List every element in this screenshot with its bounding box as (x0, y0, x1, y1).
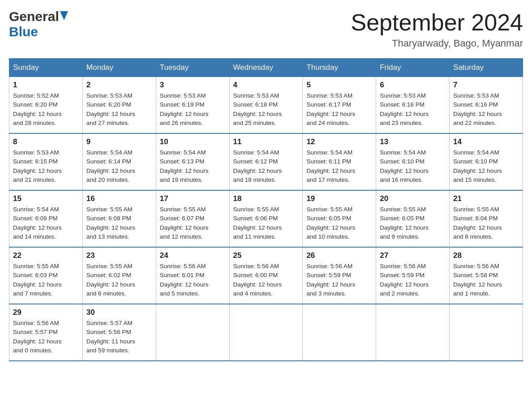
day-number: 11 (233, 137, 299, 146)
day-number: 17 (160, 194, 226, 203)
col-wednesday: Wednesday (229, 59, 303, 77)
col-tuesday: Tuesday (156, 59, 229, 77)
table-row: 10 Sunrise: 5:54 AM Sunset: 6:13 PM Dayl… (156, 133, 229, 190)
table-row: 30 Sunrise: 5:57 AM Sunset: 5:56 PM Dayl… (82, 304, 156, 361)
table-row: 28 Sunrise: 5:56 AM Sunset: 5:58 PM Dayl… (450, 247, 523, 304)
table-row: 26 Sunrise: 5:56 AM Sunset: 5:59 PM Dayl… (303, 247, 376, 304)
table-row: 9 Sunrise: 5:54 AM Sunset: 6:14 PM Dayli… (82, 133, 156, 190)
page-header: General Blue September 2024 Tharyarwady,… (9, 9, 523, 49)
table-row: 3 Sunrise: 5:53 AM Sunset: 6:19 PM Dayli… (156, 77, 229, 134)
table-row (303, 304, 376, 361)
day-number: 6 (380, 81, 446, 90)
day-info: Sunrise: 5:54 AM Sunset: 6:14 PM Dayligh… (86, 148, 152, 184)
calendar-header-row: Sunday Monday Tuesday Wednesday Thursday… (9, 59, 523, 77)
day-number: 22 (13, 251, 79, 260)
day-number: 26 (306, 251, 372, 260)
day-info: Sunrise: 5:54 AM Sunset: 6:10 PM Dayligh… (380, 148, 446, 184)
day-info: Sunrise: 5:56 AM Sunset: 5:59 PM Dayligh… (306, 262, 372, 298)
table-row (450, 304, 523, 361)
day-info: Sunrise: 5:57 AM Sunset: 5:56 PM Dayligh… (86, 319, 152, 355)
day-info: Sunrise: 5:54 AM Sunset: 6:10 PM Dayligh… (453, 148, 519, 184)
day-number: 7 (453, 81, 519, 90)
day-number: 8 (13, 137, 79, 146)
day-number: 21 (453, 194, 519, 203)
table-row: 17 Sunrise: 5:55 AM Sunset: 6:07 PM Dayl… (156, 190, 229, 247)
day-info: Sunrise: 5:53 AM Sunset: 6:16 PM Dayligh… (453, 91, 519, 128)
table-row: 27 Sunrise: 5:56 AM Sunset: 5:59 PM Dayl… (376, 247, 450, 304)
day-number: 13 (380, 137, 446, 146)
col-sunday: Sunday (9, 59, 83, 77)
day-info: Sunrise: 5:54 AM Sunset: 6:13 PM Dayligh… (160, 148, 226, 184)
day-number: 29 (13, 308, 79, 317)
table-row: 29 Sunrise: 5:56 AM Sunset: 5:57 PM Dayl… (9, 304, 83, 361)
table-row: 8 Sunrise: 5:53 AM Sunset: 6:15 PM Dayli… (9, 133, 83, 190)
day-info: Sunrise: 5:55 AM Sunset: 6:05 PM Dayligh… (306, 205, 372, 241)
table-row: 11 Sunrise: 5:54 AM Sunset: 6:12 PM Dayl… (229, 133, 303, 190)
day-number: 20 (380, 194, 446, 203)
day-info: Sunrise: 5:53 AM Sunset: 6:19 PM Dayligh… (160, 91, 226, 128)
day-number: 24 (160, 251, 226, 260)
day-number: 23 (86, 251, 152, 260)
table-row: 22 Sunrise: 5:55 AM Sunset: 6:03 PM Dayl… (9, 247, 83, 304)
logo-general: General (9, 9, 59, 24)
day-info: Sunrise: 5:53 AM Sunset: 6:18 PM Dayligh… (233, 91, 299, 128)
day-number: 10 (160, 137, 226, 146)
calendar-week-row: 15 Sunrise: 5:54 AM Sunset: 6:09 PM Dayl… (9, 190, 523, 247)
day-number: 9 (86, 137, 152, 146)
calendar-week-row: 1 Sunrise: 5:52 AM Sunset: 6:20 PM Dayli… (9, 77, 523, 134)
table-row: 2 Sunrise: 5:53 AM Sunset: 6:20 PM Dayli… (82, 77, 156, 134)
day-info: Sunrise: 5:56 AM Sunset: 5:57 PM Dayligh… (13, 319, 79, 355)
month-title: September 2024 (351, 9, 523, 36)
table-row: 24 Sunrise: 5:56 AM Sunset: 6:01 PM Dayl… (156, 247, 229, 304)
day-number: 3 (160, 81, 226, 90)
day-number: 12 (306, 137, 372, 146)
day-number: 28 (453, 251, 519, 260)
day-info: Sunrise: 5:55 AM Sunset: 6:04 PM Dayligh… (453, 205, 519, 241)
table-row: 1 Sunrise: 5:52 AM Sunset: 6:20 PM Dayli… (9, 77, 83, 134)
day-info: Sunrise: 5:55 AM Sunset: 6:03 PM Dayligh… (13, 262, 79, 298)
col-saturday: Saturday (450, 59, 523, 77)
day-info: Sunrise: 5:55 AM Sunset: 6:06 PM Dayligh… (233, 205, 299, 241)
day-number: 2 (86, 81, 152, 90)
table-row: 25 Sunrise: 5:56 AM Sunset: 6:00 PM Dayl… (229, 247, 303, 304)
title-area: September 2024 Tharyarwady, Bago, Myanma… (351, 9, 523, 49)
day-number: 18 (233, 194, 299, 203)
day-number: 15 (13, 194, 79, 203)
location-subtitle: Tharyarwady, Bago, Myanmar (351, 38, 523, 49)
day-info: Sunrise: 5:54 AM Sunset: 6:09 PM Dayligh… (13, 205, 79, 241)
day-info: Sunrise: 5:53 AM Sunset: 6:17 PM Dayligh… (306, 91, 372, 128)
col-friday: Friday (376, 59, 450, 77)
table-row: 16 Sunrise: 5:55 AM Sunset: 6:08 PM Dayl… (82, 190, 156, 247)
table-row: 19 Sunrise: 5:55 AM Sunset: 6:05 PM Dayl… (303, 190, 376, 247)
table-row: 20 Sunrise: 5:55 AM Sunset: 6:05 PM Dayl… (376, 190, 450, 247)
table-row: 13 Sunrise: 5:54 AM Sunset: 6:10 PM Dayl… (376, 133, 450, 190)
svg-marker-0 (60, 11, 68, 20)
day-info: Sunrise: 5:56 AM Sunset: 5:59 PM Dayligh… (380, 262, 446, 298)
logo-blue: Blue (9, 24, 38, 39)
day-number: 16 (86, 194, 152, 203)
calendar-table: Sunday Monday Tuesday Wednesday Thursday… (9, 58, 523, 361)
day-info: Sunrise: 5:53 AM Sunset: 6:16 PM Dayligh… (380, 91, 446, 128)
table-row: 18 Sunrise: 5:55 AM Sunset: 6:06 PM Dayl… (229, 190, 303, 247)
day-info: Sunrise: 5:56 AM Sunset: 6:01 PM Dayligh… (160, 262, 226, 298)
table-row (156, 304, 229, 361)
calendar-week-row: 8 Sunrise: 5:53 AM Sunset: 6:15 PM Dayli… (9, 133, 523, 190)
day-info: Sunrise: 5:56 AM Sunset: 6:00 PM Dayligh… (233, 262, 299, 298)
day-info: Sunrise: 5:54 AM Sunset: 6:12 PM Dayligh… (233, 148, 299, 184)
table-row: 6 Sunrise: 5:53 AM Sunset: 6:16 PM Dayli… (376, 77, 450, 134)
day-info: Sunrise: 5:56 AM Sunset: 5:58 PM Dayligh… (453, 262, 519, 298)
logo-arrow-icon (60, 11, 68, 22)
table-row: 14 Sunrise: 5:54 AM Sunset: 6:10 PM Dayl… (450, 133, 523, 190)
day-info: Sunrise: 5:53 AM Sunset: 6:20 PM Dayligh… (86, 91, 152, 128)
calendar-week-row: 22 Sunrise: 5:55 AM Sunset: 6:03 PM Dayl… (9, 247, 523, 304)
day-info: Sunrise: 5:54 AM Sunset: 6:11 PM Dayligh… (306, 148, 372, 184)
day-number: 14 (453, 137, 519, 146)
day-info: Sunrise: 5:53 AM Sunset: 6:15 PM Dayligh… (13, 148, 79, 184)
day-info: Sunrise: 5:55 AM Sunset: 6:08 PM Dayligh… (86, 205, 152, 241)
calendar-week-row: 29 Sunrise: 5:56 AM Sunset: 5:57 PM Dayl… (9, 304, 523, 361)
table-row: 4 Sunrise: 5:53 AM Sunset: 6:18 PM Dayli… (229, 77, 303, 134)
day-info: Sunrise: 5:55 AM Sunset: 6:07 PM Dayligh… (160, 205, 226, 241)
day-info: Sunrise: 5:52 AM Sunset: 6:20 PM Dayligh… (13, 91, 79, 128)
col-monday: Monday (82, 59, 156, 77)
table-row (376, 304, 450, 361)
